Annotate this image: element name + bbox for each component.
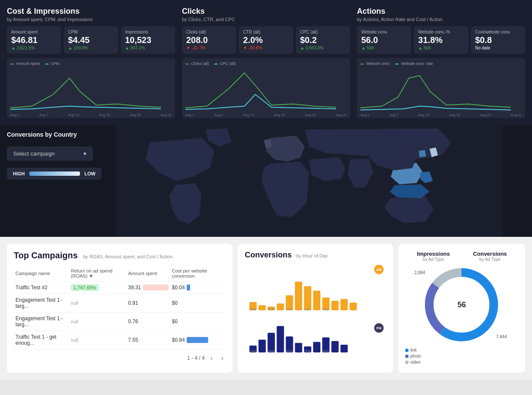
campaigns-panel: Top Campaigns by ROAS, Amount spent, and… — [7, 244, 233, 373]
cpw-bar — [187, 337, 208, 343]
roas-null: null — [71, 337, 78, 343]
metric-cards: Amount spent $46.81 ▲ 2,621.5% CPM $4.45… — [7, 26, 175, 54]
metric-value: $0.2 — [300, 35, 346, 45]
campaign-name: Traffic Test 1 - get enoug... — [14, 331, 69, 349]
metric-change: ▼ -93.6% — [243, 46, 289, 50]
legend-item-video: video — [405, 360, 518, 364]
conversions-subtitle: by Hour of Day — [296, 253, 328, 258]
outer-value: 2,884 — [414, 270, 425, 275]
svg-rect-37 — [341, 345, 348, 352]
map-controls: Select campaign ▾ HIGH LOW — [7, 147, 101, 180]
svg-text:7PM: 7PM — [304, 349, 311, 353]
col-roas[interactable]: Return on ad spend (ROAS) ▼ — [69, 266, 126, 282]
svg-text:5PM: 5PM — [286, 349, 292, 353]
svg-rect-32 — [295, 343, 302, 352]
campaign-roas: null — [69, 312, 126, 331]
roas-null: null — [71, 319, 78, 324]
legend-dot — [395, 64, 399, 64]
campaign-dropdown[interactable]: Select campaign ▾ — [7, 147, 93, 161]
inner-value: 7,444 — [496, 334, 507, 339]
campaign-cpw: $0 — [170, 294, 226, 312]
campaign-cpw: $0.84 — [170, 331, 226, 349]
chart-svg — [360, 67, 522, 110]
svg-text:3AM: 3AM — [268, 307, 274, 311]
metric-value: 10,523 — [125, 35, 171, 45]
panel-clicks: Clicks by Clicks, CTR, and CPC Clicks (a… — [182, 7, 350, 118]
svg-text:1AM: 1AM — [249, 307, 256, 311]
x-labels: Aug 1Aug 7Aug 13Aug 19Aug 25Aug 31 — [10, 113, 172, 117]
x-labels: Aug 1Aug 7Aug 13Aug 19Aug 25Aug 31 — [185, 113, 347, 117]
panel-subtitle: by Clicks, CTR, and CPC — [182, 17, 350, 22]
donut-chart: 56 2,884 7,444 — [423, 266, 500, 343]
col-campaign-name: Campaign name — [14, 266, 69, 282]
ad-type-headers: Impressions by Ad Type Conversions by Ad… — [405, 251, 518, 262]
svg-rect-21 — [350, 303, 357, 310]
metric-label: Impressions — [125, 30, 171, 34]
roas-value: 1,747.65% — [71, 284, 99, 291]
legend-dot-photo — [405, 355, 409, 358]
metric-value: 56.0 — [361, 35, 407, 45]
table-row: Engagement Test 1 - targ... null 0.76 $0 — [14, 312, 226, 331]
donut-legend: link photo video — [405, 348, 518, 364]
chart-area: Amount spent CPM Aug 1Aug 7Aug 13Aug 19A… — [7, 58, 175, 118]
panel-title: Cost & Impressions — [7, 7, 175, 16]
prev-page-button[interactable]: ‹ — [208, 354, 215, 362]
legend-dot — [214, 64, 218, 64]
conversions-title: Conversions — [245, 251, 292, 259]
legend-item-link: link — [405, 348, 518, 352]
svg-rect-11 — [258, 305, 266, 310]
metric-label: CTR (all) — [243, 30, 289, 34]
x-labels: Aug 1Aug 7Aug 13Aug 19Aug 25Aug 31 — [360, 113, 522, 117]
svg-text:3PM: 3PM — [268, 349, 274, 353]
chart-svg — [185, 67, 347, 110]
next-page-button[interactable]: › — [219, 354, 226, 362]
campaign-cpw: $0 — [170, 312, 226, 331]
conversions-header: Conversions by Hour of Day — [245, 251, 386, 260]
panel-title: Clicks — [182, 7, 350, 16]
campaigns-table: Campaign name Return on ad spend (ROAS) … — [14, 266, 226, 349]
metric-value: 31.8% — [418, 35, 464, 45]
metric-value: $4.45 — [68, 35, 114, 45]
svg-text:6AM: 6AM — [304, 307, 311, 311]
donut-center-value: 56 — [457, 300, 466, 309]
campaign-roas: null — [69, 331, 126, 349]
metric-change: ▼ -32.7% — [186, 46, 232, 50]
metric-card: CTR (all) 2.0% ▼ -93.6% — [239, 26, 293, 54]
metric-label: Website conv.-% — [418, 30, 464, 34]
metric-change: ▲ 947.1% — [125, 46, 171, 50]
svg-rect-16 — [304, 286, 311, 310]
conv-ad-title: Conversions — [461, 251, 518, 257]
amount-bar — [143, 285, 169, 291]
col-cpw: Cost per website conversion — [170, 266, 226, 282]
legend-dot — [45, 64, 49, 64]
metric-change: ▲ 159.9% — [68, 46, 114, 50]
table-row: Traffic Test #2 1,747.65% 39.31 $0.04 — [14, 282, 226, 294]
metric-value: 2.0% — [243, 35, 289, 45]
legend-dot-video — [405, 361, 409, 364]
metric-card: Amount spent $46.81 ▲ 2,621.5% — [7, 26, 61, 54]
campaigns-title: Top Campaigns — [14, 251, 78, 260]
metric-label: Amount spent — [11, 30, 57, 34]
conversions-chart: AM 1AM 3AM 5AM 6AM 7AM — [245, 264, 386, 350]
svg-rect-34 — [313, 342, 320, 352]
impressions-title: Impressions — [405, 251, 462, 257]
pm-label: PM — [374, 323, 384, 333]
metric-cards: Clicks (all) 208.0 ▼ -32.7% CTR (all) 2.… — [182, 26, 350, 54]
legend-dot — [360, 64, 364, 64]
metric-label: CPC (all) — [300, 30, 346, 34]
metric-label: Website conv. — [361, 30, 407, 34]
svg-rect-19 — [332, 301, 339, 310]
campaign-roas: null — [69, 294, 126, 312]
legend-bar: HIGH LOW — [7, 168, 101, 180]
panel-subtitle: by Actions, Action Rate and Cost / Actio… — [357, 17, 525, 22]
metric-label: Clicks (all) — [186, 30, 232, 34]
metric-change: ▲ N/A — [418, 46, 464, 50]
svg-rect-28 — [258, 340, 266, 352]
col-amount: Amount spent — [126, 266, 170, 282]
svg-rect-13 — [277, 303, 284, 310]
metric-value: $46.81 — [11, 35, 57, 45]
campaign-amount: 0.76 — [126, 312, 170, 331]
metric-card: CPM $4.45 ▲ 159.9% — [64, 26, 118, 54]
campaign-roas: 1,747.65% — [69, 282, 126, 294]
campaign-name: Traffic Test #2 — [14, 282, 69, 294]
